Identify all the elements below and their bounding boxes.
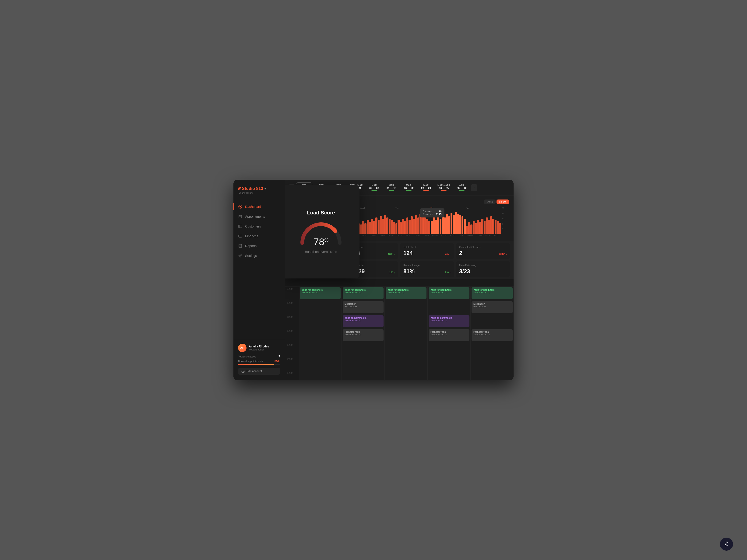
kpi-rooms-usage: Rooms Usage 81% 6% ↑ (400, 261, 454, 277)
chart-hours-button[interactable]: Hours (496, 199, 509, 204)
user-role: Yoga teacher (249, 348, 269, 351)
time-12-4: 12:00 (404, 234, 413, 237)
schedule-wrapper: 09:00 10:00 11:00 12:00 13:00 14:00 15:0… (285, 279, 514, 380)
time-15-5: 15:00 (448, 234, 457, 237)
week-item-6[interactable]: MAR 16 — 22 (401, 183, 417, 192)
kpi-trend-5: 1% ↑ (389, 271, 395, 274)
uxdn-line2: DN (725, 544, 728, 547)
chart-bar-3-4 (404, 221, 406, 234)
kpi-value-row-6: 81% 6% ↑ (403, 268, 451, 275)
svg-rect-9 (238, 235, 242, 237)
chart-bar-4-0 (431, 221, 433, 234)
chart-bar-3-5 (406, 217, 408, 234)
class-room-6: SMALL ROOM #2 (431, 291, 468, 294)
week-indicator-6 (406, 190, 412, 191)
class-block-7[interactable]: Yoga on hammocksSMALL ROOM #1 (429, 315, 469, 327)
week-item-7[interactable]: MAR 23 — 29 (418, 183, 434, 192)
class-block-3[interactable]: Yoga on hammocksSMALL ROOM #1 (343, 315, 384, 327)
time-09-5: 09:00 (431, 234, 439, 237)
chart-bar-5-11 (490, 216, 492, 234)
class-block-10[interactable]: MeditationHALL ROOM (471, 301, 513, 313)
time-gutter: 09:00 10:00 11:00 12:00 13:00 14:00 15:0… (285, 279, 299, 380)
class-name-4: Prenatal Yoga (344, 331, 382, 333)
chart-bar-5-4 (475, 223, 477, 234)
chart-bar-4-6 (444, 217, 446, 234)
edit-account-button[interactable]: Edit account (238, 368, 280, 375)
chart-bar-4-14 (462, 216, 463, 234)
chart-bar-4-15 (464, 219, 465, 234)
week-item-8[interactable]: MAR – APR 30 — 05 (435, 183, 453, 192)
class-room-8: SMALL ROOM #3 (431, 334, 468, 336)
week-indicator-5 (389, 190, 394, 191)
kpi-grid: Load Score (285, 241, 514, 279)
nav-item-customers[interactable]: Customers (233, 221, 285, 231)
chart-bar-4-13 (459, 215, 461, 234)
gauge-container: 78% (298, 219, 344, 247)
gauge-number: 78 (313, 236, 325, 247)
class-room-2: HALL ROOM (344, 305, 382, 308)
time-11-label: 11:00 (285, 315, 299, 329)
week-item-4[interactable]: MAR 02 — 08 (366, 183, 382, 192)
kpi-label-2: Total Clients (403, 246, 451, 248)
week-month-4: MAR (371, 184, 377, 187)
load-score-subtitle: Based on overall KPIs (305, 250, 337, 254)
nav-item-appointments[interactable]: Appointments (233, 212, 285, 221)
chart-bar-2-13 (389, 219, 390, 234)
week-item-9[interactable]: APR 06 — 12 (454, 183, 470, 192)
class-block-1[interactable]: Yoga for beginnersSMALL ROOM #2 (343, 287, 384, 299)
chart-days-button[interactable]: Days (484, 199, 496, 204)
chart-bar-2-14 (391, 220, 393, 234)
class-block-6[interactable]: Yoga for beginnersSMALL ROOM #2 (429, 287, 469, 299)
chart-bar-4-10 (453, 215, 455, 234)
schedule-grid: Yoga for beginnersSMALL ROOM #2 Yoga for… (299, 287, 514, 380)
chart-bar-4-9 (450, 213, 453, 234)
kpi-cancelled: Cancelled Classes 2 0.32% (456, 243, 510, 259)
chart-bar-3-8 (413, 219, 415, 234)
class-block-0[interactable]: Yoga for beginnersSMALL ROOM #2 (300, 287, 341, 299)
schedule-col-3: Yoga for beginnersSMALL ROOM #2Yoga on h… (428, 287, 471, 380)
chart-bar-4-2 (435, 220, 437, 234)
sidebar-logo: /// Studio 813 ▾ YogaPlanner (233, 180, 285, 197)
schedule-section: 09:00 10:00 11:00 12:00 13:00 14:00 15:0… (285, 279, 514, 380)
time-12-3: 12:00 (369, 234, 378, 237)
kpi-value-row-7: 3/23 (459, 268, 507, 275)
class-room-4: SMALL ROOM #3 (344, 334, 382, 336)
class-name-2: Meditation (344, 303, 382, 305)
todays-classes-label: Today's classes (238, 355, 256, 358)
week-next-button[interactable]: › (471, 184, 478, 191)
time-10-label: 10:00 (285, 301, 299, 315)
class-block-11[interactable]: Prenatal YogaSMALL ROOM #3 (471, 329, 513, 341)
nav-item-settings[interactable]: Settings (233, 251, 285, 261)
logo-text: /// Studio 813 ▾ (238, 186, 280, 191)
y-10: 10 (502, 217, 509, 220)
nav-item-dashboard[interactable]: Dashboard (233, 202, 285, 212)
time-18-6: 18:00 (492, 234, 501, 237)
class-block-9[interactable]: Yoga for beginnersSMALL ROOM #2 (471, 287, 513, 299)
chart-bar-2-8 (378, 220, 380, 234)
edit-account-label: Edit account (247, 370, 262, 373)
kpi-label-7: New/Returning (459, 264, 507, 267)
chart-bar-5-14 (497, 221, 499, 234)
schedule-main: Yoga for beginnersSMALL ROOM #2 Yoga for… (299, 279, 514, 380)
class-block-8[interactable]: Prenatal YogaSMALL ROOM #3 (429, 329, 469, 341)
class-block-2[interactable]: MeditationHALL ROOM (343, 301, 384, 313)
week-item-5[interactable]: MAR 09 — 15 (383, 183, 400, 192)
nav-item-reports[interactable]: Reports (233, 241, 285, 251)
chart-bar-4-1 (433, 217, 435, 234)
dropdown-icon[interactable]: ▾ (264, 187, 266, 190)
class-block-4[interactable]: Prenatal YogaSMALL ROOM #3 (343, 329, 384, 341)
chart-bar-2-0 (360, 224, 362, 234)
finances-icon (238, 234, 242, 238)
chart-controls: Days Hours (484, 199, 509, 204)
week-indicator-8 (441, 190, 446, 191)
time-09-3: 09:00 (360, 234, 369, 237)
chart-bar-3-12 (422, 216, 424, 234)
week-month-6: MAR (406, 184, 412, 187)
nav-item-finances[interactable]: Finances (233, 231, 285, 241)
class-block-5[interactable]: Yoga for beginnersSMALL ROOM #2 (386, 287, 427, 299)
time-09-label: 09:00 (285, 287, 299, 301)
load-score-title: Load Score (307, 210, 335, 216)
week-month-5: MAR (389, 184, 394, 187)
kpi-trend-6: 6% ↑ (445, 271, 451, 274)
y-15: 15 (502, 212, 509, 215)
